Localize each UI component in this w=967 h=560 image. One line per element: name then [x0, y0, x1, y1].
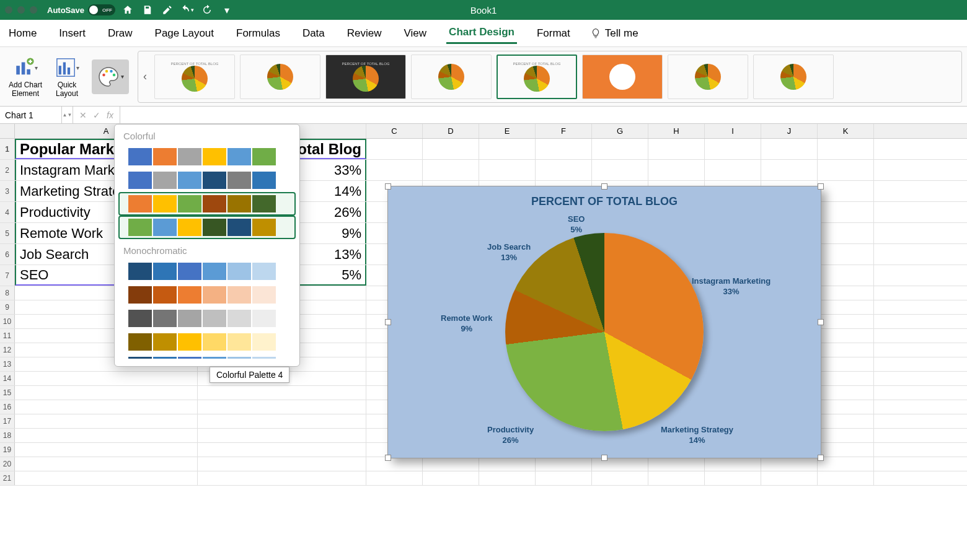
palette-option[interactable]	[118, 330, 296, 354]
save-icon[interactable]	[140, 2, 155, 17]
chart-style-5[interactable]: PERCENT OF TOTAL BLOG	[497, 55, 577, 99]
col-header-g[interactable]: G	[592, 124, 648, 138]
row-header-9[interactable]: 9	[0, 300, 15, 314]
row-header-19[interactable]: 19	[0, 443, 15, 457]
chart-title[interactable]: PERCENT OF TOTAL BLOG	[388, 186, 821, 208]
tab-review[interactable]: Review	[345, 24, 384, 43]
color-swatch	[227, 333, 251, 351]
color-swatch	[227, 263, 251, 280]
tell-me-search[interactable]: Tell me	[590, 27, 638, 40]
resize-handle-bl[interactable]	[385, 455, 391, 461]
cancel-formula-icon[interactable]: ✕	[79, 110, 87, 120]
row-header-18[interactable]: 18	[0, 429, 15, 442]
add-chart-element-button[interactable]: ▾ Add Chart Element	[5, 55, 46, 97]
chart-style-8[interactable]	[753, 55, 834, 99]
palette-option[interactable]	[118, 145, 296, 168]
tab-home[interactable]: Home	[6, 24, 39, 43]
col-header-d[interactable]: D	[423, 124, 479, 138]
add-chart-element-label: Add Chart Element	[9, 81, 42, 97]
fx-icon[interactable]: fx	[107, 110, 113, 120]
row-header-2[interactable]: 2	[0, 160, 15, 180]
row-header-15[interactable]: 15	[0, 386, 15, 400]
change-colors-button[interactable]: ▾	[88, 59, 133, 94]
tab-format[interactable]: Format	[534, 24, 573, 43]
tab-draw[interactable]: Draw	[105, 24, 135, 43]
row-header-17[interactable]: 17	[0, 414, 15, 428]
window-controls	[5, 6, 37, 14]
row-header-3[interactable]: 3	[0, 181, 15, 201]
palette-option[interactable]	[118, 307, 296, 330]
row-header-21[interactable]: 21	[0, 471, 15, 485]
qat-customize-icon[interactable]: ▾	[219, 2, 234, 17]
col-header-f[interactable]: F	[536, 124, 592, 138]
resize-handle-br[interactable]	[818, 455, 824, 461]
tab-data[interactable]: Data	[300, 24, 327, 43]
gallery-prev-icon[interactable]: ‹	[141, 70, 149, 83]
chart-style-4[interactable]	[411, 55, 492, 99]
row-header-11[interactable]: 11	[0, 329, 15, 343]
enter-formula-icon[interactable]: ✓	[93, 110, 100, 120]
chart-style-1[interactable]: PERCENT OF TOTAL BLOG	[154, 55, 235, 99]
row-header-10[interactable]: 10	[0, 315, 15, 328]
row-header-1[interactable]: 1	[0, 139, 15, 159]
col-header-j[interactable]: J	[761, 124, 818, 138]
row-header-20[interactable]: 20	[0, 457, 15, 471]
edit-icon[interactable]	[160, 2, 175, 17]
color-swatch	[252, 148, 276, 165]
col-header-h[interactable]: H	[648, 124, 705, 138]
name-box[interactable]: Chart 1	[0, 107, 62, 123]
chart-style-3[interactable]: PERCENT OF TOTAL BLOG	[325, 55, 406, 99]
close-window-icon[interactable]	[5, 6, 12, 14]
worksheet-grid[interactable]: A B C D E F G H I J K 1 Popular Marketin…	[0, 124, 967, 560]
tab-view[interactable]: View	[402, 24, 430, 43]
name-box-spinner[interactable]: ▲▼	[62, 107, 73, 123]
pie-plot[interactable]	[505, 233, 704, 431]
home-icon[interactable]	[120, 2, 135, 17]
row-header-7[interactable]: 7	[0, 265, 15, 286]
zoom-window-icon[interactable]	[30, 6, 37, 14]
resize-handle-tr[interactable]	[818, 183, 824, 190]
autosave-toggle[interactable]: AutoSave OFF	[47, 4, 115, 15]
tab-chart-design[interactable]: Chart Design	[446, 22, 517, 44]
row-header-6[interactable]: 6	[0, 244, 15, 265]
resize-handle-tl[interactable]	[385, 183, 391, 190]
resize-handle-t[interactable]	[601, 183, 607, 190]
row-header-5[interactable]: 5	[0, 223, 15, 243]
color-swatch	[128, 357, 152, 360]
col-header-i[interactable]: I	[705, 124, 761, 138]
quick-layout-button[interactable]: ▾ Quick Layout	[51, 55, 83, 97]
col-header-c[interactable]: C	[366, 124, 423, 138]
resize-handle-b[interactable]	[601, 455, 607, 461]
palette-option[interactable]	[118, 216, 296, 239]
color-swatch	[203, 286, 226, 304]
chart-style-2[interactable]	[240, 55, 320, 99]
row-header-12[interactable]: 12	[0, 343, 15, 357]
color-swatch	[178, 286, 201, 304]
chart-style-7[interactable]	[668, 55, 748, 99]
row-header-14[interactable]: 14	[0, 372, 15, 385]
col-header-k[interactable]: K	[818, 124, 874, 138]
palette-option[interactable]	[118, 283, 296, 307]
palette-option[interactable]	[118, 192, 296, 216]
col-header-e[interactable]: E	[479, 124, 536, 138]
repeat-icon[interactable]	[200, 2, 214, 17]
palette-option[interactable]	[118, 260, 296, 283]
embedded-pie-chart[interactable]: PERCENT OF TOTAL BLOG Instagram Marketin…	[387, 186, 821, 458]
chart-style-6[interactable]	[582, 55, 663, 99]
row-header-8[interactable]: 8	[0, 286, 15, 300]
color-swatch	[227, 219, 251, 236]
color-swatch	[203, 219, 226, 236]
minimize-window-icon[interactable]	[17, 6, 25, 14]
tab-insert[interactable]: Insert	[56, 24, 88, 43]
row-header-16[interactable]: 16	[0, 400, 15, 414]
change-colors-dropdown: Colorful Monochromatic	[114, 124, 300, 367]
palette-option[interactable]	[118, 354, 296, 360]
undo-icon[interactable]: ▾	[180, 2, 195, 17]
color-swatch	[178, 195, 201, 212]
row-header-13[interactable]: 13	[0, 357, 15, 371]
row-header-4[interactable]: 4	[0, 202, 15, 222]
tab-page-layout[interactable]: Page Layout	[152, 24, 216, 43]
tab-formulas[interactable]: Formulas	[234, 24, 283, 43]
palette-option[interactable]	[118, 168, 296, 192]
lightbulb-icon	[590, 28, 601, 39]
